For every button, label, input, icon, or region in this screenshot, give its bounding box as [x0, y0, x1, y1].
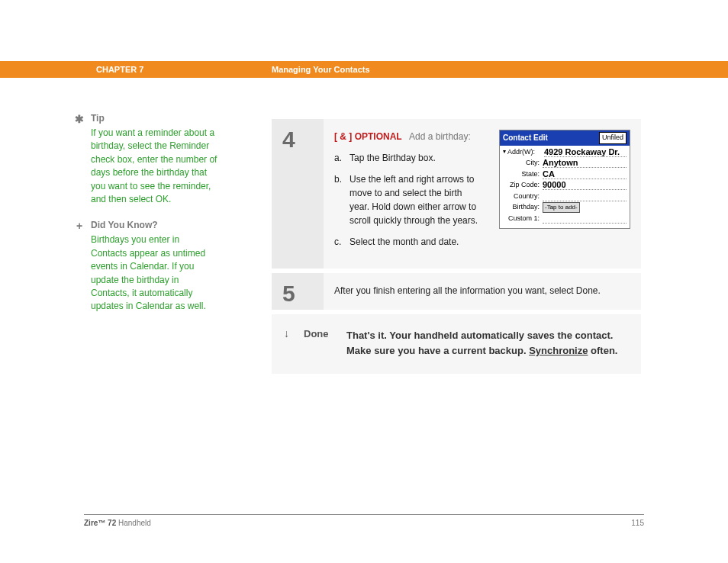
substep-letter: c. — [334, 235, 350, 249]
optional-tag: [ & ] OPTIONAL — [334, 131, 402, 142]
tap-to-add-button: -Tap to add- — [543, 202, 580, 213]
substep-letter: b. — [334, 172, 350, 227]
dyk-title: Did You Know? — [91, 220, 158, 230]
did-you-know-block: + Did You Know? Birthdays you enter in C… — [72, 220, 217, 313]
done-row: ↓ Done That's it. Your handheld automati… — [272, 314, 641, 374]
optional-text: Add a birthday: — [409, 131, 471, 142]
addr-value: 4929 Rockaway Dr. — [544, 147, 627, 157]
asterisk-icon: ✱ — [72, 113, 86, 125]
done-label: Done — [304, 328, 342, 359]
category-dropdown: Unfiled — [599, 132, 627, 144]
contact-edit-screenshot: Contact Edit Unfiled ▾ Addr(W): 4929 Roc… — [499, 130, 630, 229]
tip-block: ✱ Tip If you want a reminder about a bir… — [72, 113, 217, 206]
city-value: Anytown — [543, 158, 627, 168]
screenshot-title: Contact Edit — [503, 132, 548, 144]
step-5-text: After you finish entering all the inform… — [334, 285, 601, 296]
dyk-body: Birthdays you enter in Contacts appear a… — [91, 233, 217, 313]
page-footer: Zire™ 72 Handheld 115 — [84, 519, 644, 527]
step-5-number: 5 — [272, 273, 324, 310]
footer-rule — [84, 514, 644, 515]
zip-value: 90000 — [543, 180, 627, 190]
chapter-label: CHAPTER 7 — [96, 65, 143, 74]
synchronize-link[interactable]: Synchronize — [529, 345, 588, 356]
state-value: CA — [543, 169, 627, 179]
tip-title: Tip — [91, 113, 105, 124]
addr-label: Addr(W): — [507, 147, 541, 158]
country-value — [543, 191, 627, 201]
substep-a: Tap the Birthday box. — [350, 151, 484, 165]
state-label: State: — [503, 169, 540, 180]
step-4-number: 4 — [272, 119, 324, 269]
done-text: That's it. Your handheld automatically s… — [346, 328, 630, 359]
custom1-value — [543, 214, 627, 224]
tip-body: If you want a reminder about a birthday,… — [91, 127, 217, 206]
birthday-label: Birthday: — [503, 202, 540, 213]
country-label: Country: — [503, 191, 540, 202]
step-4-row: 4 [ & ] OPTIONAL Add a birthday: a. Tap … — [272, 119, 641, 273]
sidebar-notes: ✱ Tip If you want a reminder about a bir… — [72, 113, 217, 327]
product-name: Zire™ 72 Handheld — [84, 519, 151, 527]
substep-b: Use the left and right arrows to move to… — [350, 172, 484, 227]
substep-letter: a. — [334, 151, 350, 165]
done-arrow-icon: ↓ — [284, 327, 289, 339]
page-number: 115 — [631, 519, 644, 527]
section-title: Managing Your Contacts — [272, 65, 370, 74]
chapter-header-bar: CHAPTER 7 Managing Your Contacts — [0, 61, 728, 78]
step-5-row: 5 After you finish entering all the info… — [272, 273, 641, 314]
step-5-body: After you finish entering all the inform… — [324, 273, 641, 310]
custom1-label: Custom 1: — [503, 214, 540, 224]
city-label: City: — [503, 158, 540, 169]
zip-label: Zip Code: — [503, 180, 540, 191]
main-content: 4 [ & ] OPTIONAL Add a birthday: a. Tap … — [272, 119, 641, 374]
step-4-body: [ & ] OPTIONAL Add a birthday: a. Tap th… — [324, 119, 641, 269]
substep-c: Select the month and date. — [350, 235, 484, 249]
chevron-down-icon: ▾ — [503, 147, 506, 156]
plus-icon: + — [72, 220, 86, 232]
